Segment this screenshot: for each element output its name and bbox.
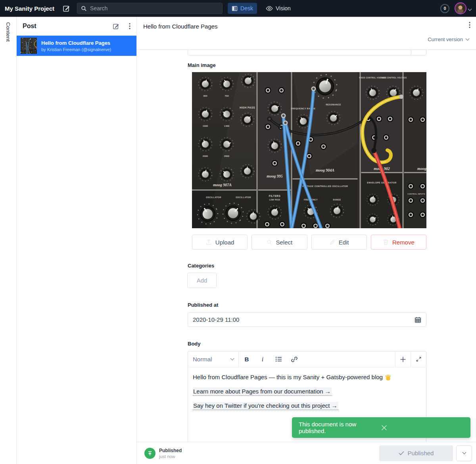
version-selector[interactable]: Current version <box>428 36 469 42</box>
upload-button-label: Upload <box>215 239 234 246</box>
document-menu-icon[interactable] <box>469 22 470 28</box>
body-content[interactable]: Hello from Cloudflare Pages — this is my… <box>188 367 426 421</box>
image-button-row: Upload Select Edit <box>192 235 426 250</box>
tab-desk[interactable]: Desk <box>228 3 257 14</box>
publish-button-label: Published <box>408 450 434 456</box>
chevron-down-icon <box>230 357 234 361</box>
add-button-label: Add <box>197 277 207 284</box>
new-document-icon[interactable] <box>62 4 70 12</box>
remove-button-label: Remove <box>392 239 415 246</box>
publish-status-time: just now <box>159 454 182 459</box>
select-button[interactable]: Select <box>251 235 307 250</box>
published-at-value: 2020-10-29 11:00 <box>193 316 239 323</box>
post-item-subtitle: by Kristian Freeman (@signalnerve) <box>41 47 111 52</box>
pencil-icon <box>329 239 335 245</box>
tab-desk-label: Desk <box>240 5 253 11</box>
post-item-title: Hello from Cloudflare Pages <box>41 40 111 46</box>
published-at-label: Published at <box>188 302 218 308</box>
search-icon <box>267 239 273 245</box>
search-input[interactable]: Search <box>77 3 223 14</box>
published-at-input[interactable]: 2020-10-29 11:00 <box>188 312 426 327</box>
body-label: Body <box>188 341 201 347</box>
create-new-post-icon[interactable] <box>112 23 119 30</box>
chevron-down-icon <box>466 37 470 41</box>
close-icon[interactable] <box>381 425 464 431</box>
trash-icon <box>383 239 389 245</box>
link-button[interactable] <box>286 351 302 367</box>
tab-vision-label: Vision <box>276 5 291 11</box>
expand-editor-button[interactable] <box>411 351 426 367</box>
user-menu-chevron-icon[interactable] <box>468 5 471 12</box>
version-label: Current version <box>428 36 463 42</box>
content-rail: Content <box>0 17 17 464</box>
document-form: Main image Upload <box>137 50 476 442</box>
list-item-post[interactable]: Hello from Cloudflare Pages by Kristian … <box>17 36 136 56</box>
post-thumbnail <box>21 38 37 54</box>
select-button-label: Select <box>276 239 293 246</box>
project-title: My Sanity Project <box>5 5 54 12</box>
partial-field-divider <box>411 50 411 55</box>
document-header: Hello from Cloudflare Pages Current vers… <box>137 17 476 50</box>
upload-button[interactable]: Upload <box>192 235 248 250</box>
calendar-icon[interactable] <box>415 317 421 323</box>
publish-status-title: Published <box>159 448 182 453</box>
edit-button[interactable]: Edit <box>311 235 367 250</box>
body-paragraph: Hello from Cloudflare Pages — this is my… <box>193 373 421 382</box>
tab-vision[interactable]: Vision <box>262 3 294 14</box>
body-toolbar: Normal B i <box>188 351 426 367</box>
post-panel-menu-icon[interactable] <box>129 23 131 29</box>
add-category-button[interactable]: Add <box>187 273 217 288</box>
toast-message: This document is now published. <box>299 421 381 434</box>
link-documentation[interactable]: Learn more about Pages from our document… <box>193 388 332 396</box>
rail-label[interactable]: Content <box>5 22 11 42</box>
wave-emoji <box>385 374 392 381</box>
toolbar-right <box>395 351 426 367</box>
main-image-preview[interactable] <box>192 72 426 228</box>
published-status-icon <box>144 448 155 459</box>
search-placeholder: Search <box>90 5 107 11</box>
edit-button-label: Edit <box>339 239 349 246</box>
chevron-down-icon <box>462 451 466 454</box>
style-select-value: Normal <box>193 356 212 363</box>
body-link-line: Say hey on Twitter if you're checking ou… <box>193 401 421 410</box>
document-title: Hello from Cloudflare Pages <box>143 23 218 30</box>
desk-icon <box>232 6 238 11</box>
categories-label: Categories <box>188 263 214 269</box>
link-twitter[interactable]: Say hey on Twitter if you're checking ou… <box>193 402 338 410</box>
italic-button[interactable]: i <box>255 351 271 367</box>
notification-count-badge[interactable]: 0 <box>440 4 449 13</box>
search-icon <box>81 6 87 11</box>
bold-button[interactable]: B <box>239 351 255 367</box>
main-image-label: Main image <box>188 62 216 68</box>
publish-status-text: Published just now <box>159 448 182 459</box>
insert-block-button[interactable] <box>395 351 411 367</box>
post-panel-title: Post <box>23 23 112 30</box>
avatar[interactable] <box>455 2 466 14</box>
style-select[interactable]: Normal <box>188 351 239 367</box>
document-footer: Published just now Published <box>137 442 476 464</box>
document-pane: Hello from Cloudflare Pages Current vers… <box>137 17 476 464</box>
remove-button[interactable]: Remove <box>371 235 426 250</box>
post-panel-header: Post <box>17 17 136 36</box>
eye-icon <box>266 6 273 11</box>
partial-field-input[interactable] <box>188 50 426 55</box>
post-item-text: Hello from Cloudflare Pages by Kristian … <box>41 40 111 52</box>
bullet-list-button[interactable] <box>271 351 286 367</box>
publish-toast: This document is now published. <box>292 417 470 438</box>
body-link-line: Learn more about Pages from our document… <box>193 387 421 396</box>
upload-icon <box>205 239 212 245</box>
check-icon <box>399 451 404 456</box>
top-navbar: My Sanity Project Search <box>0 0 476 17</box>
publish-button[interactable]: Published <box>379 445 453 461</box>
publish-menu-button[interactable] <box>456 445 472 461</box>
sanity-studio: My Sanity Project Search <box>0 0 476 464</box>
post-list-panel: Post Hello from Cloudflare Pages by Kris… <box>17 17 137 464</box>
